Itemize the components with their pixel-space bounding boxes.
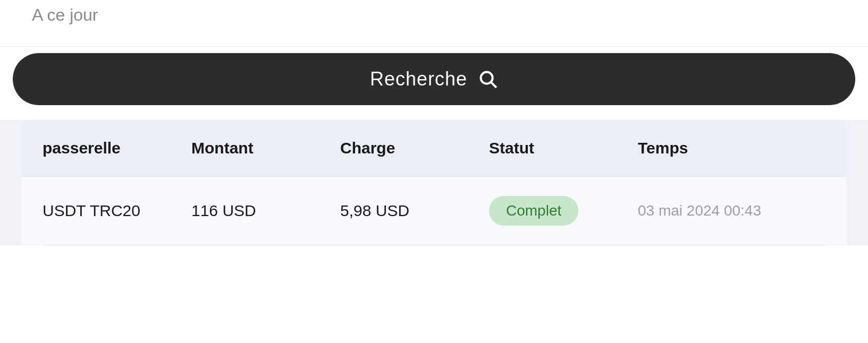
col-header-montant: Montant — [191, 139, 340, 157]
cell-passerelle: USDT TRC20 — [43, 202, 191, 220]
cell-montant: 116 USD — [191, 202, 340, 220]
cell-charge: 5,98 USD — [340, 202, 489, 220]
search-icon — [478, 69, 498, 89]
search-label: Recherche — [370, 68, 467, 90]
cell-temps: 03 mai 2024 00:43 — [638, 202, 825, 219]
top-section: A ce jour — [0, 0, 868, 47]
table-section: passerelle Montant Charge Statut Temps U… — [0, 120, 868, 245]
table-row: USDT TRC20 116 USD 5,98 USD Complet 03 m… — [21, 176, 847, 245]
date-label: A ce jour — [21, 0, 847, 36]
cell-statut: Complet — [489, 196, 638, 226]
status-badge: Complet — [489, 196, 578, 226]
col-header-statut: Statut — [489, 139, 638, 157]
row-divider — [43, 245, 825, 245]
table-header: passerelle Montant Charge Statut Temps — [21, 120, 847, 176]
search-bar-container: Recherche — [0, 47, 868, 120]
col-header-passerelle: passerelle — [43, 139, 191, 157]
svg-line-1 — [491, 82, 496, 88]
col-header-charge: Charge — [340, 139, 489, 157]
col-header-temps: Temps — [638, 139, 825, 157]
svg-point-0 — [481, 72, 493, 84]
search-bar[interactable]: Recherche — [13, 53, 855, 105]
